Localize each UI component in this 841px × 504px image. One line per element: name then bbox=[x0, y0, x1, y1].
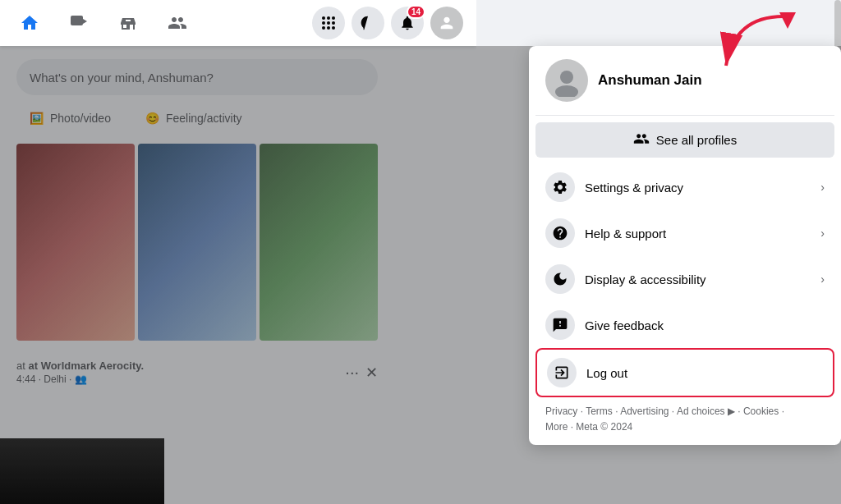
navbar-right: 14 bbox=[312, 7, 463, 39]
notifications-icon[interactable]: 14 bbox=[391, 7, 424, 39]
help-icon bbox=[545, 218, 575, 248]
divider-1 bbox=[535, 115, 834, 116]
profile-section[interactable]: Anshuman Jain bbox=[535, 53, 834, 112]
footer-links: Privacy · Terms · Advertising · Ad choic… bbox=[535, 397, 834, 438]
svg-point-5 bbox=[327, 21, 330, 25]
advertising-link[interactable]: Advertising bbox=[620, 405, 669, 417]
give-feedback-item[interactable]: Give feedback bbox=[535, 302, 834, 348]
profile-name: Anshuman Jain bbox=[598, 72, 702, 89]
help-support-item[interactable]: Help & support › bbox=[535, 210, 834, 256]
logout-icon bbox=[547, 358, 577, 387]
see-all-profiles-button[interactable]: See all profiles bbox=[535, 122, 834, 158]
marketplace-icon[interactable] bbox=[112, 7, 145, 39]
ad-choices-icon: ▶ bbox=[725, 405, 735, 417]
account-dropdown-icon[interactable] bbox=[430, 7, 463, 39]
display-icon bbox=[545, 264, 575, 294]
grid-menu-icon[interactable] bbox=[312, 7, 345, 39]
help-support-label: Help & support bbox=[585, 227, 811, 241]
more-link[interactable]: More bbox=[545, 421, 568, 433]
navbar: 14 bbox=[0, 0, 476, 46]
give-feedback-label: Give feedback bbox=[585, 318, 825, 332]
svg-point-4 bbox=[322, 21, 325, 25]
svg-point-8 bbox=[327, 26, 330, 30]
svg-point-1 bbox=[322, 16, 325, 20]
svg-point-12 bbox=[560, 71, 573, 84]
svg-point-7 bbox=[322, 26, 325, 30]
svg-point-3 bbox=[332, 16, 335, 20]
see-all-profiles-label: See all profiles bbox=[656, 133, 737, 147]
dropdown-menu: Anshuman Jain See all profiles Settings … bbox=[529, 46, 841, 445]
logout-item[interactable]: Log out bbox=[535, 348, 834, 397]
display-accessibility-label: Display & accessibility bbox=[585, 273, 811, 286]
cookies-link[interactable]: Cookies bbox=[743, 405, 779, 417]
watch-icon[interactable] bbox=[62, 7, 95, 39]
svg-rect-0 bbox=[71, 16, 83, 25]
friends-icon[interactable] bbox=[161, 7, 194, 39]
display-accessibility-item[interactable]: Display & accessibility › bbox=[535, 256, 834, 302]
privacy-link[interactable]: Privacy bbox=[545, 405, 577, 417]
chevron-right-icon-2: › bbox=[820, 227, 825, 240]
copyright: Meta © 2024 bbox=[576, 421, 632, 433]
profiles-icon bbox=[633, 131, 650, 149]
home-icon[interactable] bbox=[13, 7, 46, 39]
settings-privacy-label: Settings & privacy bbox=[585, 181, 811, 195]
chevron-right-icon: › bbox=[820, 181, 825, 194]
svg-marker-11 bbox=[779, 12, 796, 29]
svg-point-9 bbox=[332, 26, 335, 30]
navbar-left bbox=[13, 7, 194, 39]
logout-label: Log out bbox=[586, 366, 823, 380]
settings-privacy-item[interactable]: Settings & privacy › bbox=[535, 164, 834, 210]
svg-point-13 bbox=[555, 85, 578, 97]
terms-link[interactable]: Terms bbox=[586, 405, 613, 417]
feedback-icon bbox=[545, 310, 575, 340]
svg-point-6 bbox=[332, 21, 335, 25]
settings-icon bbox=[545, 172, 575, 202]
avatar bbox=[545, 59, 588, 102]
notification-badge: 14 bbox=[407, 5, 425, 19]
chevron-right-icon-3: › bbox=[820, 273, 825, 286]
svg-point-2 bbox=[327, 16, 330, 20]
ad-choices-link[interactable]: Ad choices bbox=[677, 405, 725, 417]
messenger-icon[interactable] bbox=[352, 7, 384, 39]
